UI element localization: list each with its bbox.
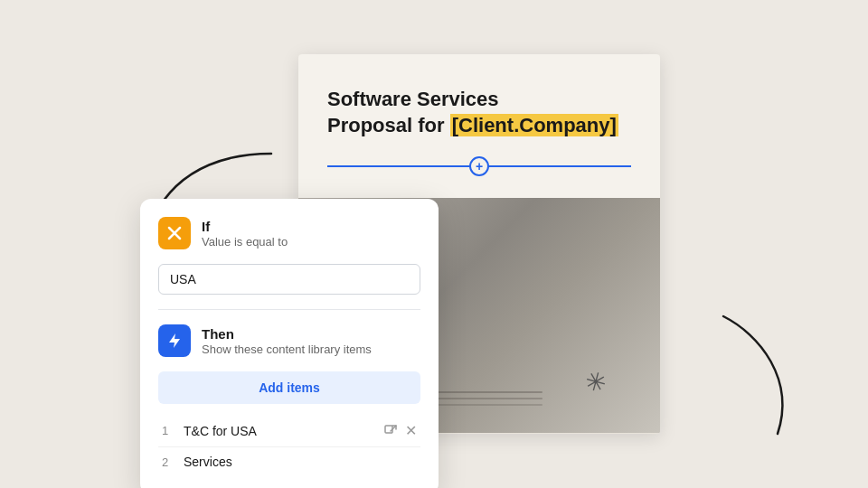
section-divider — [158, 309, 420, 310]
doc-title-highlight: [Client.Company] — [450, 114, 618, 136]
doc-divider-line-left — [327, 165, 470, 167]
multiply-icon — [165, 224, 184, 242]
list-item-text: Services — [184, 455, 417, 469]
doc-divider-plus[interactable]: + — [469, 156, 489, 176]
modal-card: If Value is equal to Then Show these con… — [140, 199, 439, 488]
content-list: 1 T&C for USA ✕ 2 Services — [158, 415, 420, 476]
lightning-icon — [165, 332, 184, 350]
doc-divider-row: + — [327, 156, 631, 176]
list-item-num: 2 — [162, 455, 176, 469]
list-item-num: 1 — [162, 424, 176, 437]
remove-icon[interactable]: ✕ — [405, 422, 417, 439]
if-icon-box — [158, 217, 191, 249]
arrow-right-decoration — [705, 307, 814, 452]
then-icon-box — [158, 324, 191, 357]
doc-divider-line-right — [488, 165, 631, 167]
then-text-block: Then Show these content library items — [202, 324, 372, 356]
if-sublabel: Value is equal to — [202, 235, 288, 249]
if-label: If — [202, 219, 288, 234]
then-sublabel: Show these content library items — [202, 343, 372, 356]
then-section: Then Show these content library items — [158, 324, 420, 357]
if-text-block: If Value is equal to — [202, 217, 288, 249]
list-item-actions: ✕ — [383, 422, 417, 439]
doc-title: Software Services Proposal for [Client.C… — [327, 87, 631, 138]
if-section: If Value is equal to — [158, 217, 420, 249]
list-item-text: T&C for USA — [184, 424, 376, 438]
external-link-icon[interactable] — [383, 424, 398, 438]
then-label: Then — [202, 326, 372, 342]
list-item: 2 Services — [158, 447, 420, 476]
add-items-button[interactable]: Add items — [158, 371, 420, 404]
svg-rect-3 — [385, 426, 392, 433]
doc-card-header: Software Services Proposal for [Client.C… — [298, 54, 660, 198]
list-item: 1 T&C for USA ✕ — [158, 415, 420, 447]
value-input[interactable] — [158, 264, 420, 295]
